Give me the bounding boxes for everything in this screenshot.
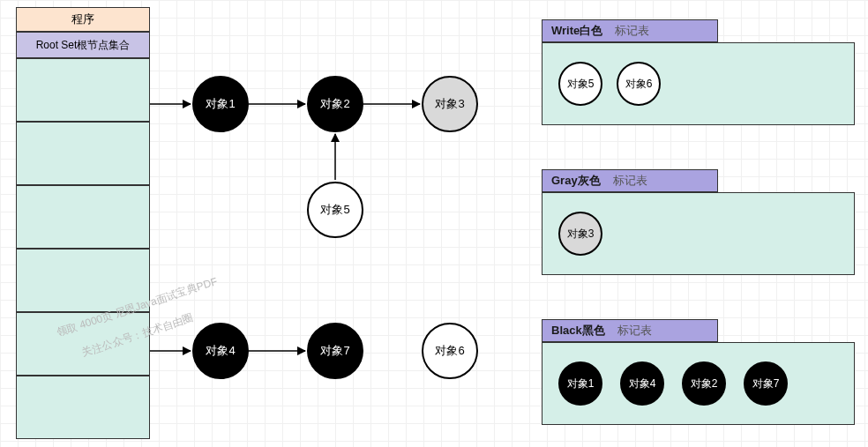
gray-panel-body: 对象3 bbox=[542, 192, 855, 275]
gray-sub: 标记表 bbox=[613, 173, 647, 189]
item-label: 对象1 bbox=[567, 376, 595, 391]
white-item: 对象6 bbox=[617, 62, 661, 106]
program-title: 程序 bbox=[71, 11, 94, 27]
black-item: 对象1 bbox=[558, 361, 602, 406]
gray-item: 对象3 bbox=[558, 212, 602, 256]
node-obj5: 对象5 bbox=[307, 182, 363, 238]
node-label: 对象1 bbox=[206, 96, 235, 112]
node-label: 对象5 bbox=[320, 202, 349, 218]
node-label: 对象2 bbox=[320, 96, 349, 112]
node-label: 对象6 bbox=[435, 343, 464, 359]
rootset-cell bbox=[16, 122, 150, 185]
rootset-cell bbox=[16, 185, 150, 249]
gray-title: Gray灰色 bbox=[551, 173, 601, 189]
node-obj2: 对象2 bbox=[307, 76, 363, 132]
gray-panel-header: Gray灰色 标记表 bbox=[542, 169, 718, 192]
black-item: 对象2 bbox=[682, 361, 726, 406]
item-label: 对象5 bbox=[567, 77, 595, 92]
node-obj3: 对象3 bbox=[422, 76, 478, 132]
node-label: 对象7 bbox=[320, 343, 349, 359]
black-item: 对象4 bbox=[620, 361, 664, 406]
black-title: Black黑色 bbox=[551, 323, 605, 339]
node-obj1: 对象1 bbox=[192, 76, 249, 132]
item-label: 对象7 bbox=[752, 376, 780, 391]
item-label: 对象6 bbox=[625, 77, 653, 92]
item-label: 对象4 bbox=[629, 376, 656, 391]
rootset-cell bbox=[16, 58, 150, 122]
program-header: 程序 bbox=[16, 7, 150, 32]
rootset-header: Root Set根节点集合 bbox=[16, 32, 150, 58]
white-title: Write白色 bbox=[551, 23, 602, 39]
rootset-label: Root Set根节点集合 bbox=[36, 38, 131, 53]
black-sub: 标记表 bbox=[617, 323, 652, 339]
white-sub: 标记表 bbox=[615, 23, 649, 39]
black-item: 对象7 bbox=[744, 361, 788, 406]
rootset-cell bbox=[16, 376, 150, 439]
node-obj7: 对象7 bbox=[307, 323, 363, 379]
node-obj6: 对象6 bbox=[422, 323, 478, 379]
black-panel-body: 对象1 对象4 对象2 对象7 bbox=[542, 342, 855, 425]
node-label: 对象3 bbox=[435, 96, 464, 112]
white-panel-body: 对象5 对象6 bbox=[542, 42, 855, 125]
node-obj4: 对象4 bbox=[192, 323, 249, 379]
white-item: 对象5 bbox=[558, 62, 602, 106]
item-label: 对象2 bbox=[691, 376, 718, 391]
node-label: 对象4 bbox=[206, 343, 235, 359]
white-panel-header: Write白色 标记表 bbox=[542, 19, 718, 42]
black-panel-header: Black黑色 标记表 bbox=[542, 319, 718, 342]
item-label: 对象3 bbox=[567, 227, 595, 242]
